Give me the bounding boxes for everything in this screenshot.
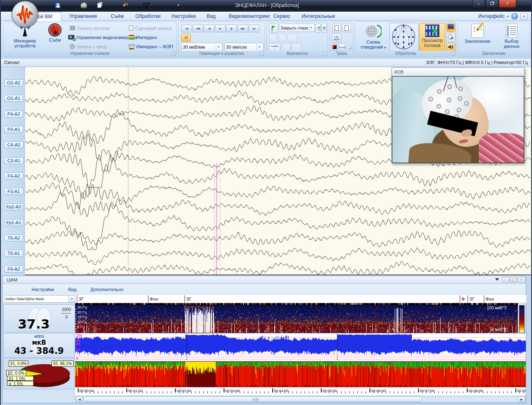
nav-button-3[interactable]: ▶ — [215, 25, 226, 32]
nav-button-5[interactable]: ▶▶ — [237, 25, 248, 32]
cfm-menu-Вид[interactable]: Вид — [68, 287, 76, 292]
tab-Вид[interactable]: Вид — [201, 12, 221, 21]
wireless-button[interactable] — [142, 2, 150, 9]
chevron-down-icon[interactable] — [495, 278, 499, 281]
sound-button[interactable] — [446, 43, 455, 52]
document-lines-icon — [506, 24, 517, 38]
rhythm-index-panel[interactable]: 37.3 2000 0 — [3, 304, 75, 332]
cfm-title-bar[interactable]: ЦФМ – ▢ × — [2, 276, 526, 284]
electrode-dot — [428, 96, 433, 102]
spectrogram-view-button[interactable] — [446, 23, 455, 32]
ratio-formula-select[interactable]: Delta+Teta/Alpha+Beta ▾ — [4, 295, 75, 303]
channel-button-P3-A1[interactable]: P3-A1 — [4, 126, 23, 133]
nav-button-0[interactable]: |◀ — [181, 25, 192, 32]
scroll-left-icon[interactable]: ◀ — [76, 396, 83, 402]
tab-Интегральные[interactable]: Интегральные — [297, 12, 340, 21]
copy-track-button[interactable] — [342, 24, 351, 32]
stream-view-button[interactable]: Просмотр потоков — [419, 23, 445, 51]
index-scale-min: 0 — [61, 315, 71, 319]
channel-button-F8-A2[interactable]: F8-A2 — [4, 266, 23, 273]
new-track-button[interactable]: + — [332, 24, 341, 32]
interface-menu-label[interactable]: Интерфейс — [478, 13, 505, 19]
impedance-mep-item[interactable]: DCP Импеданс – МЭП — [129, 43, 173, 50]
dialog-launcher-icon[interactable]: ↘ — [172, 52, 175, 56]
cursor-tool-button[interactable]: ➤ — [446, 33, 455, 42]
qat-dropdown-icon[interactable]: ▾ — [177, 3, 179, 7]
channel-button-F3-A1[interactable]: F3-A1 — [4, 188, 23, 195]
rhythm-band-canvas[interactable] — [75, 361, 526, 387]
cfm-restore-button[interactable]: ▢ — [510, 277, 517, 283]
video-cameras-item[interactable]: + Управление видеокамерами — [68, 34, 137, 41]
dialog-launcher-icon[interactable]: ↘ — [451, 52, 455, 56]
tab-Управление[interactable]: Управление — [62, 12, 105, 21]
minimize-button[interactable]: – — [472, 0, 485, 8]
aeeg-band-canvas[interactable] — [75, 334, 526, 361]
aeeg-range-panel[interactable]: aEEG мкВ 43 - 384.9 — [3, 333, 75, 358]
channel-button-C4-A2[interactable]: C4-A2 — [4, 141, 23, 148]
horizontal-scrollbar[interactable]: ◀ ▶ — [75, 396, 526, 403]
cfm-close-button[interactable]: × — [518, 277, 525, 283]
impedance-item[interactable]: Импеданс — [129, 34, 157, 41]
channel-button-C3-A1[interactable]: C3-A1 — [4, 157, 23, 164]
video-cameras-label: Управление видеокамерами — [76, 35, 137, 40]
tab-Настройки[interactable]: Настройки — [166, 12, 201, 21]
group-label-conclusion: Заключение — [458, 51, 530, 57]
clothing — [479, 133, 524, 163]
tab-Съём[interactable]: Съём — [105, 12, 130, 21]
nav-button-2[interactable]: ◀| — [204, 25, 214, 32]
prev-fragment-button[interactable] — [315, 24, 321, 33]
channel-button-T6-A2[interactable]: T6-A2 — [4, 235, 23, 242]
channel-button-P4-A2[interactable]: P4-A2 — [4, 111, 23, 118]
channel-button-T5-A1[interactable]: T5-A1 — [4, 250, 23, 257]
cfm-menu-Дополнительно[interactable]: Дополнительно — [91, 287, 123, 292]
close-button[interactable]: × — [499, 0, 516, 8]
video-monitor-window[interactable]: КОВ — [392, 67, 525, 163]
tab-Обработки[interactable]: Обработки — [130, 12, 166, 21]
close-document-icon[interactable]: × — [520, 13, 528, 20]
scrollbar-thumb[interactable] — [83, 396, 422, 402]
next-fragment-button[interactable] — [321, 24, 327, 33]
scroll-right-icon[interactable]: ▶ — [518, 396, 525, 402]
auto-scale-button[interactable]: >0< auto — [332, 34, 341, 42]
fragment-flag-button[interactable] — [269, 24, 278, 33]
channel-button-O1-A1[interactable]: O1-A1 — [4, 95, 23, 102]
montage-scheme-button[interactable]: Схема отведений ▾ — [358, 24, 389, 50]
chevron-down-icon: ▾ — [309, 25, 313, 31]
rhythm-pie-panel[interactable]: δ1, 0.9% δ2, 86.1% β2, 0.0% β1, 1.0% α, … — [3, 358, 75, 389]
nav-button-1[interactable]: ◀◀ — [192, 25, 203, 32]
undo-button[interactable]: ↶ — [123, 2, 128, 9]
polarity-button[interactable] — [331, 44, 338, 51]
chevron-down-icon: ▾ — [256, 44, 262, 50]
acquire-button[interactable]: Съём — [44, 23, 66, 42]
timeline-label-00:00:00: 00:00:00 — [79, 389, 94, 393]
reference-button[interactable]: A1A2 — [339, 44, 345, 51]
camera-icon: + — [68, 35, 74, 40]
nav-button-4[interactable]: |▶ — [226, 25, 237, 32]
restore-button[interactable] — [485, 0, 498, 8]
help-icon[interactable]: ? — [511, 13, 518, 20]
tab-Сервис[interactable]: Сервис — [267, 12, 297, 21]
channel-button-O2-A2[interactable]: O2-A2 — [4, 79, 23, 86]
channel-button-Fp2-A2[interactable]: Fp2-A2 — [4, 203, 23, 210]
cfm-minimize-button[interactable]: – — [502, 277, 509, 283]
speed-select[interactable]: 30 мм/сек ▾ — [224, 43, 264, 51]
montage-map-button[interactable] — [389, 23, 419, 51]
sync-epoch-button[interactable]: ⇄ — [181, 34, 191, 42]
spectrogram-canvas[interactable] — [75, 303, 518, 333]
cfm-menu-Настройки[interactable]: Настройки — [32, 287, 54, 292]
fragment-select[interactable]: Закрыть глаза ▾ — [279, 24, 315, 32]
gain-select[interactable]: 30 мкВ/мм ▾ — [181, 43, 223, 51]
channel-button-Fp1-A1[interactable]: Fp1-A1 — [4, 219, 23, 226]
report-button[interactable]: ✓✓ Заключение — [461, 24, 494, 44]
channel-button-F4-A2[interactable]: F4-A2 — [4, 173, 23, 180]
app-logo-icon[interactable] — [12, 1, 38, 27]
dialog-launcher-icon[interactable]: ↘ — [260, 52, 264, 56]
copy-button[interactable] — [97, 2, 101, 9]
save-button[interactable] — [55, 2, 61, 9]
print-button[interactable] — [81, 2, 87, 9]
electrode-dot — [436, 89, 442, 94]
data-select-button[interactable]: Выбор данных — [496, 24, 527, 49]
nav-button-6[interactable]: ▶| — [249, 25, 259, 32]
dialog-launcher-icon[interactable]: ↘ — [323, 52, 327, 56]
cursor-circle-icon: ➤ — [448, 34, 453, 40]
